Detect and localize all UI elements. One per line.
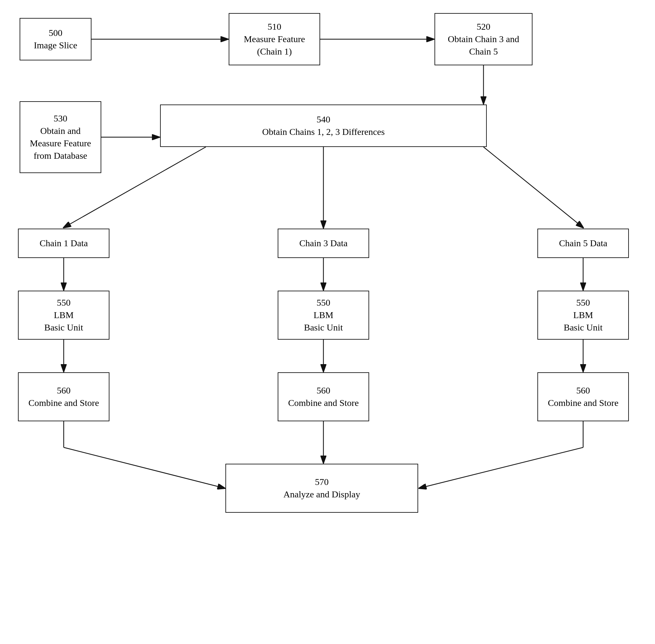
box-510: 510 Measure Feature (Chain 1) [229,13,320,65]
box-chain1: Chain 1 Data [18,229,109,258]
box-550c: 550 LBM Basic Unit [537,291,629,340]
box-chain5: Chain 5 Data [537,229,629,258]
box-550b: 550 LBM Basic Unit [278,291,369,340]
box-560b: 560 Combine and Store [278,372,369,421]
box-540: 540 Obtain Chains 1, 2, 3 Differences [160,105,487,147]
box-560c: 560 Combine and Store [537,372,629,421]
box-500: 500 Image Slice [20,18,91,61]
svg-line-15 [64,447,225,488]
flowchart-diagram: 500 Image Slice 510 Measure Feature (Cha… [0,0,655,644]
box-550a: 550 LBM Basic Unit [18,291,109,340]
svg-line-18 [419,447,583,488]
svg-line-7 [483,147,583,228]
box-chain3: Chain 3 Data [278,229,369,258]
box-570: 570 Analyze and Display [225,464,418,513]
box-530: 530 Obtain and Measure Feature from Data… [20,101,101,173]
box-520: 520 Obtain Chain 3 and Chain 5 [434,13,533,65]
box-560a: 560 Combine and Store [18,372,109,421]
